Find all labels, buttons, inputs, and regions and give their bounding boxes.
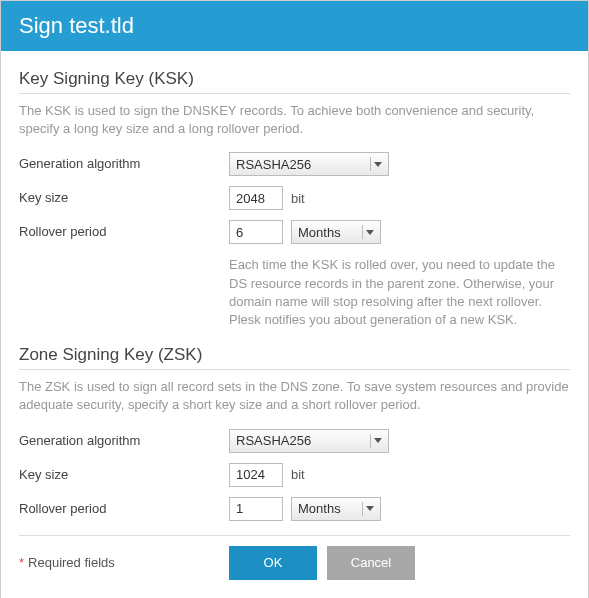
zsk-rollover-input[interactable] (229, 497, 283, 521)
chevron-down-icon (370, 157, 384, 171)
ksk-rollover-unit-select[interactable]: Months (291, 220, 381, 244)
dialog-content: Key Signing Key (KSK) The KSK is used to… (1, 51, 588, 598)
dialog-window: Sign test.tld Key Signing Key (KSK) The … (0, 0, 589, 598)
zsk-size-row: Key size bit (19, 463, 570, 487)
zsk-rollover-label: Rollover period (19, 497, 229, 516)
zsk-heading: Zone Signing Key (ZSK) (19, 345, 570, 365)
ksk-rollover-row: Rollover period Months Each time the KSK… (19, 220, 570, 329)
zsk-rollover-row: Rollover period Months (19, 497, 570, 521)
zsk-rollover-unit-value: Months (298, 501, 341, 516)
ksk-size-unit: bit (291, 191, 305, 206)
zsk-divider (19, 369, 570, 370)
required-star-icon: * (19, 555, 24, 570)
chevron-down-icon (362, 225, 376, 239)
ksk-size-label: Key size (19, 186, 229, 205)
ksk-rollover-hint: Each time the KSK is rolled over, you ne… (229, 256, 570, 329)
zsk-size-label: Key size (19, 463, 229, 482)
zsk-size-input[interactable] (229, 463, 283, 487)
zsk-size-unit: bit (291, 467, 305, 482)
ksk-algo-select[interactable]: RSASHA256 (229, 152, 389, 176)
ksk-description: The KSK is used to sign the DNSKEY recor… (19, 102, 570, 138)
ksk-rollover-unit-value: Months (298, 225, 341, 240)
ksk-heading: Key Signing Key (KSK) (19, 69, 570, 89)
ksk-size-row: Key size bit (19, 186, 570, 210)
ksk-size-input[interactable] (229, 186, 283, 210)
ksk-rollover-label: Rollover period (19, 220, 229, 239)
dialog-footer: * Required fields OK Cancel (19, 546, 570, 580)
zsk-description: The ZSK is used to sign all record sets … (19, 378, 570, 414)
dialog-title: Sign test.tld (1, 1, 588, 51)
chevron-down-icon (362, 502, 376, 516)
zsk-rollover-unit-select[interactable]: Months (291, 497, 381, 521)
zsk-algo-value: RSASHA256 (236, 433, 311, 448)
zsk-algo-select[interactable]: RSASHA256 (229, 429, 389, 453)
ksk-rollover-input[interactable] (229, 220, 283, 244)
zsk-algo-label: Generation algorithm (19, 429, 229, 448)
ksk-algo-label: Generation algorithm (19, 152, 229, 171)
footer-divider (19, 535, 570, 536)
required-fields-label: Required fields (28, 555, 115, 570)
chevron-down-icon (370, 434, 384, 448)
ksk-divider (19, 93, 570, 94)
ksk-algo-row: Generation algorithm RSASHA256 (19, 152, 570, 176)
zsk-algo-row: Generation algorithm RSASHA256 (19, 429, 570, 453)
cancel-button[interactable]: Cancel (327, 546, 415, 580)
ok-button[interactable]: OK (229, 546, 317, 580)
ksk-algo-value: RSASHA256 (236, 157, 311, 172)
